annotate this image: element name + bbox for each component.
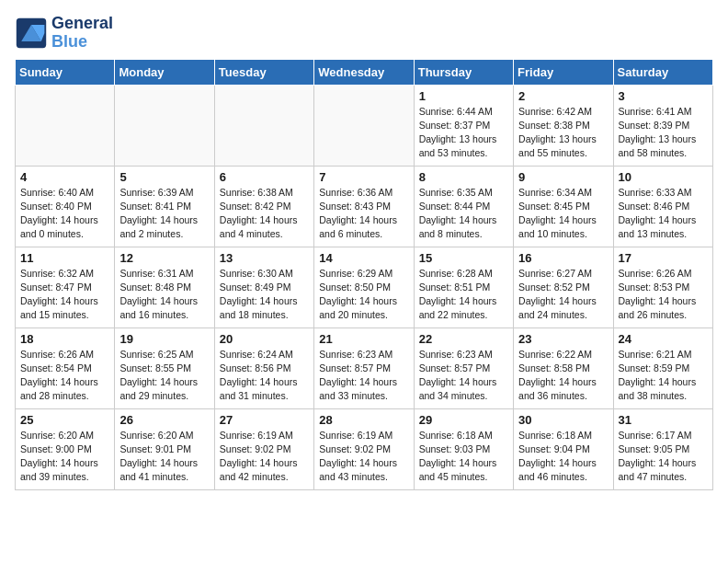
day-info: Sunrise: 6:29 AMSunset: 8:50 PMDaylight:… — [319, 267, 408, 323]
calendar-cell: 17Sunrise: 6:26 AMSunset: 8:53 PMDayligh… — [613, 247, 712, 327]
day-number: 25 — [20, 413, 109, 427]
day-info: Sunrise: 6:36 AMSunset: 8:43 PMDaylight:… — [319, 186, 408, 242]
day-number: 9 — [518, 170, 608, 184]
week-row-5: 25Sunrise: 6:20 AMSunset: 9:00 PMDayligh… — [16, 408, 713, 489]
calendar-header-row: Sunday Monday Tuesday Wednesday Thursday… — [16, 59, 713, 85]
calendar-cell: 19Sunrise: 6:25 AMSunset: 8:55 PMDayligh… — [115, 327, 214, 408]
col-thursday: Thursday — [414, 59, 513, 85]
calendar-cell: 28Sunrise: 6:19 AMSunset: 9:02 PMDayligh… — [314, 408, 414, 489]
calendar-cell: 6Sunrise: 6:38 AMSunset: 8:42 PMDaylight… — [214, 166, 313, 247]
logo-text: General Blue — [51, 15, 113, 52]
calendar-cell — [16, 85, 115, 166]
calendar-cell: 5Sunrise: 6:39 AMSunset: 8:41 PMDaylight… — [115, 166, 214, 247]
calendar-cell: 27Sunrise: 6:19 AMSunset: 9:02 PMDayligh… — [214, 408, 313, 489]
calendar-cell: 9Sunrise: 6:34 AMSunset: 8:45 PMDaylight… — [514, 166, 613, 247]
calendar-cell: 25Sunrise: 6:20 AMSunset: 9:00 PMDayligh… — [16, 408, 115, 489]
day-number: 31 — [619, 413, 708, 427]
day-info: Sunrise: 6:24 AMSunset: 8:56 PMDaylight:… — [220, 348, 309, 404]
col-tuesday: Tuesday — [214, 59, 313, 85]
day-number: 2 — [518, 89, 608, 103]
day-info: Sunrise: 6:32 AMSunset: 8:47 PMDaylight:… — [20, 267, 109, 323]
week-row-2: 4Sunrise: 6:40 AMSunset: 8:40 PMDaylight… — [16, 166, 713, 247]
day-info: Sunrise: 6:33 AMSunset: 8:46 PMDaylight:… — [619, 186, 708, 242]
week-row-1: 1Sunrise: 6:44 AMSunset: 8:37 PMDaylight… — [16, 85, 713, 166]
day-number: 4 — [20, 170, 109, 184]
day-info: Sunrise: 6:27 AMSunset: 8:52 PMDaylight:… — [518, 267, 608, 323]
day-number: 17 — [619, 251, 708, 265]
day-number: 18 — [20, 332, 109, 346]
day-number: 13 — [220, 251, 309, 265]
calendar-cell: 4Sunrise: 6:40 AMSunset: 8:40 PMDaylight… — [16, 166, 115, 247]
week-row-4: 18Sunrise: 6:26 AMSunset: 8:54 PMDayligh… — [16, 327, 713, 408]
day-number: 12 — [119, 251, 209, 265]
calendar-cell: 13Sunrise: 6:30 AMSunset: 8:49 PMDayligh… — [214, 247, 313, 327]
calendar-cell: 1Sunrise: 6:44 AMSunset: 8:37 PMDaylight… — [414, 85, 513, 166]
day-number: 29 — [419, 413, 508, 427]
day-info: Sunrise: 6:42 AMSunset: 8:38 PMDaylight:… — [518, 105, 608, 161]
day-number: 27 — [220, 413, 309, 427]
day-info: Sunrise: 6:18 AMSunset: 9:04 PMDaylight:… — [518, 429, 608, 485]
day-info: Sunrise: 6:23 AMSunset: 8:57 PMDaylight:… — [319, 348, 408, 404]
calendar-cell: 14Sunrise: 6:29 AMSunset: 8:50 PMDayligh… — [314, 247, 414, 327]
day-number: 10 — [619, 170, 708, 184]
day-number: 22 — [419, 332, 508, 346]
col-monday: Monday — [115, 59, 214, 85]
day-info: Sunrise: 6:22 AMSunset: 8:58 PMDaylight:… — [518, 348, 608, 404]
day-info: Sunrise: 6:35 AMSunset: 8:44 PMDaylight:… — [419, 186, 508, 242]
day-number: 30 — [518, 413, 608, 427]
day-number: 19 — [119, 332, 209, 346]
calendar-cell: 10Sunrise: 6:33 AMSunset: 8:46 PMDayligh… — [613, 166, 712, 247]
calendar-cell: 24Sunrise: 6:21 AMSunset: 8:59 PMDayligh… — [613, 327, 712, 408]
day-info: Sunrise: 6:20 AMSunset: 9:01 PMDaylight:… — [119, 429, 209, 485]
calendar-cell: 26Sunrise: 6:20 AMSunset: 9:01 PMDayligh… — [115, 408, 214, 489]
day-info: Sunrise: 6:17 AMSunset: 9:05 PMDaylight:… — [619, 429, 708, 485]
day-number: 3 — [619, 89, 708, 103]
logo-icon — [15, 17, 48, 50]
day-info: Sunrise: 6:39 AMSunset: 8:41 PMDaylight:… — [119, 186, 209, 242]
day-info: Sunrise: 6:28 AMSunset: 8:51 PMDaylight:… — [419, 267, 508, 323]
day-info: Sunrise: 6:44 AMSunset: 8:37 PMDaylight:… — [419, 105, 508, 161]
day-number: 1 — [419, 89, 508, 103]
calendar-cell: 11Sunrise: 6:32 AMSunset: 8:47 PMDayligh… — [16, 247, 115, 327]
day-number: 24 — [619, 332, 708, 346]
calendar-cell: 3Sunrise: 6:41 AMSunset: 8:39 PMDaylight… — [613, 85, 712, 166]
calendar-cell: 23Sunrise: 6:22 AMSunset: 8:58 PMDayligh… — [514, 327, 613, 408]
calendar-cell — [314, 85, 414, 166]
day-info: Sunrise: 6:18 AMSunset: 9:03 PMDaylight:… — [419, 429, 508, 485]
day-info: Sunrise: 6:34 AMSunset: 8:45 PMDaylight:… — [518, 186, 608, 242]
calendar-cell: 30Sunrise: 6:18 AMSunset: 9:04 PMDayligh… — [514, 408, 613, 489]
day-info: Sunrise: 6:20 AMSunset: 9:00 PMDaylight:… — [20, 429, 109, 485]
calendar-cell: 7Sunrise: 6:36 AMSunset: 8:43 PMDaylight… — [314, 166, 414, 247]
calendar-cell — [115, 85, 214, 166]
calendar: Sunday Monday Tuesday Wednesday Thursday… — [15, 59, 713, 490]
calendar-cell: 12Sunrise: 6:31 AMSunset: 8:48 PMDayligh… — [115, 247, 214, 327]
day-info: Sunrise: 6:40 AMSunset: 8:40 PMDaylight:… — [20, 186, 109, 242]
page-header: General Blue — [15, 15, 713, 52]
day-number: 26 — [119, 413, 209, 427]
day-info: Sunrise: 6:26 AMSunset: 8:54 PMDaylight:… — [20, 348, 109, 404]
calendar-cell: 18Sunrise: 6:26 AMSunset: 8:54 PMDayligh… — [16, 327, 115, 408]
day-info: Sunrise: 6:19 AMSunset: 9:02 PMDaylight:… — [319, 429, 408, 485]
col-wednesday: Wednesday — [314, 59, 414, 85]
day-info: Sunrise: 6:19 AMSunset: 9:02 PMDaylight:… — [220, 429, 309, 485]
day-info: Sunrise: 6:30 AMSunset: 8:49 PMDaylight:… — [220, 267, 309, 323]
day-number: 6 — [220, 170, 309, 184]
day-info: Sunrise: 6:41 AMSunset: 8:39 PMDaylight:… — [619, 105, 708, 161]
calendar-cell: 29Sunrise: 6:18 AMSunset: 9:03 PMDayligh… — [414, 408, 513, 489]
day-number: 23 — [518, 332, 608, 346]
day-info: Sunrise: 6:21 AMSunset: 8:59 PMDaylight:… — [619, 348, 708, 404]
day-info: Sunrise: 6:25 AMSunset: 8:55 PMDaylight:… — [119, 348, 209, 404]
calendar-cell — [214, 85, 313, 166]
calendar-cell: 8Sunrise: 6:35 AMSunset: 8:44 PMDaylight… — [414, 166, 513, 247]
calendar-cell: 2Sunrise: 6:42 AMSunset: 8:38 PMDaylight… — [514, 85, 613, 166]
week-row-3: 11Sunrise: 6:32 AMSunset: 8:47 PMDayligh… — [16, 247, 713, 327]
day-info: Sunrise: 6:23 AMSunset: 8:57 PMDaylight:… — [419, 348, 508, 404]
day-number: 7 — [319, 170, 408, 184]
day-number: 8 — [419, 170, 508, 184]
day-number: 28 — [319, 413, 408, 427]
day-info: Sunrise: 6:26 AMSunset: 8:53 PMDaylight:… — [619, 267, 708, 323]
day-number: 20 — [220, 332, 309, 346]
col-saturday: Saturday — [613, 59, 712, 85]
calendar-cell: 20Sunrise: 6:24 AMSunset: 8:56 PMDayligh… — [214, 327, 313, 408]
day-number: 5 — [119, 170, 209, 184]
